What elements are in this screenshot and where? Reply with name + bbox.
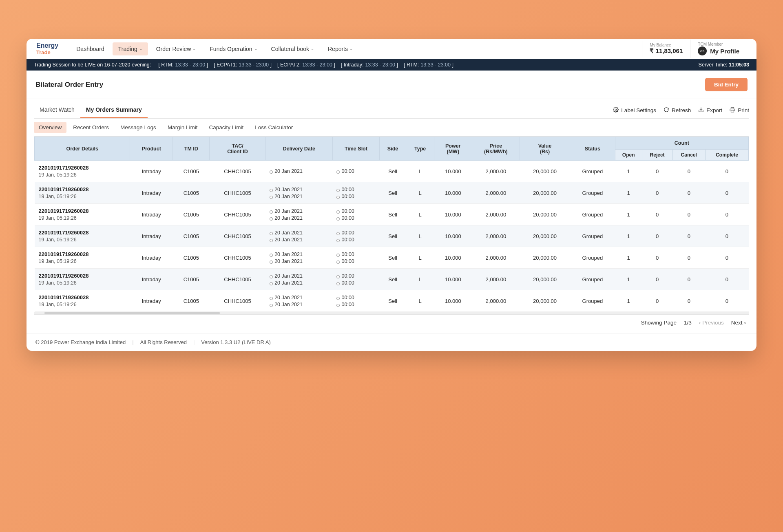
cell-complete: 0 bbox=[705, 204, 748, 225]
profile-name: My Profile bbox=[710, 48, 739, 55]
profile-label: TCM Member bbox=[698, 42, 739, 46]
subtab-overview[interactable]: Overview bbox=[34, 122, 66, 133]
cell-reject: 0 bbox=[642, 161, 672, 182]
table-row[interactable]: 2201019171926002819 Jan, 05:19:26Intrada… bbox=[35, 161, 749, 182]
dot-value: 00:00 bbox=[341, 237, 354, 243]
col-complete: Complete bbox=[705, 150, 748, 161]
cell-side: Sell bbox=[379, 204, 406, 225]
nav-item-order-review[interactable]: Order Review⌄ bbox=[150, 42, 202, 55]
cell-client-id: CHHC1005 bbox=[210, 182, 265, 204]
cell-complete: 0 bbox=[705, 161, 748, 182]
cell-product: Intraday bbox=[130, 204, 173, 225]
subtab-capacity-limit[interactable]: Capacity Limit bbox=[204, 122, 248, 133]
cell-type: L bbox=[406, 161, 434, 182]
cell-value: 20,000.00 bbox=[520, 204, 570, 225]
cell-price: 2,000.00 bbox=[472, 225, 520, 247]
horizontal-scrollbar[interactable] bbox=[34, 312, 749, 314]
col-price: Price (Rs/MWh) bbox=[472, 137, 520, 161]
session-slot-time: 13:33 - 23:00 bbox=[302, 62, 332, 68]
order-timestamp: 19 Jan, 05:19:26 bbox=[39, 258, 127, 264]
cell-power: 10.000 bbox=[434, 290, 472, 312]
col-time-slot: Time Slot bbox=[332, 137, 379, 161]
col-order-details: Order Details bbox=[35, 137, 130, 161]
table-row[interactable]: 2201019171926002819 Jan, 05:19:26Intrada… bbox=[35, 204, 749, 225]
cell-open: 1 bbox=[615, 182, 642, 204]
nav-item-collateral-book[interactable]: Collateral book⌄ bbox=[265, 42, 320, 55]
subtab-recent-orders[interactable]: Recent Orders bbox=[68, 122, 114, 133]
order-timestamp: 19 Jan, 05:19:26 bbox=[39, 280, 127, 286]
profile-box[interactable]: TCM Member AK My Profile bbox=[690, 40, 747, 58]
nav-item-funds-operation[interactable]: Funds Operation⌄ bbox=[204, 42, 263, 55]
nav-item-dashboard[interactable]: Dashboard bbox=[71, 42, 110, 55]
dot-value: 00:00 bbox=[341, 258, 354, 264]
cell-power: 10.000 bbox=[434, 225, 472, 247]
export-action[interactable]: Export bbox=[698, 107, 722, 114]
server-time-value: 11:05:03 bbox=[729, 62, 749, 68]
cell-power: 10.000 bbox=[434, 247, 472, 269]
dot-value: 20 Jan 2021 bbox=[274, 295, 303, 300]
cell-status: Grouped bbox=[570, 225, 615, 247]
cell-open: 1 bbox=[615, 247, 642, 269]
cell-reject: 0 bbox=[642, 290, 672, 312]
nav-item-reports[interactable]: Reports⌄ bbox=[322, 42, 358, 55]
session-slot-name: ECPAT2: bbox=[280, 62, 301, 68]
session-slot-name: Intraday: bbox=[344, 62, 364, 68]
label-settings-text: Label Settings bbox=[621, 107, 656, 113]
col-product: Product bbox=[130, 137, 173, 161]
cell-time-slot: 00:0000:00 bbox=[332, 269, 379, 290]
order-id: 22010191719260028 bbox=[39, 273, 127, 279]
cell-order-details: 2201019171926002819 Jan, 05:19:26 bbox=[35, 269, 130, 290]
pager-prev-button[interactable]: ‹ Previous bbox=[699, 320, 724, 326]
cell-status: Grouped bbox=[570, 269, 615, 290]
subtab-margin-limit[interactable]: Margin Limit bbox=[163, 122, 203, 133]
orders-table-wrap: Order Details Product TM ID TAC/ Client … bbox=[34, 136, 749, 315]
session-slot: RTM:13:33 - 23:00 bbox=[158, 62, 208, 68]
table-row[interactable]: 2201019171926002819 Jan, 05:19:26Intrada… bbox=[35, 290, 749, 312]
dot-value: 00:00 bbox=[341, 215, 354, 221]
avatar: AK bbox=[698, 46, 707, 55]
cell-time-slot: 00:0000:00 bbox=[332, 182, 379, 204]
dot-value: 20 Jan 2021 bbox=[274, 280, 303, 286]
refresh-icon bbox=[664, 107, 669, 114]
cell-type: L bbox=[406, 182, 434, 204]
cell-open: 1 bbox=[615, 290, 642, 312]
logo-line2: Trade bbox=[36, 49, 58, 55]
dot-value: 20 Jan 2021 bbox=[274, 252, 303, 257]
nav-label: Trading bbox=[118, 46, 137, 52]
refresh-action[interactable]: Refresh bbox=[664, 107, 691, 114]
order-id: 22010191719260028 bbox=[39, 251, 127, 257]
table-row[interactable]: 2201019171926002819 Jan, 05:19:26Intrada… bbox=[35, 269, 749, 290]
scrollbar-thumb[interactable] bbox=[44, 312, 220, 314]
pager: Showing Page 1/3 ‹ Previous Next › bbox=[34, 315, 749, 327]
table-row[interactable]: 2201019171926002819 Jan, 05:19:26Intrada… bbox=[35, 247, 749, 269]
table-row[interactable]: 2201019171926002819 Jan, 05:19:26Intrada… bbox=[35, 182, 749, 204]
subtab-loss-calculator[interactable]: Loss Calculator bbox=[250, 122, 298, 133]
tab-my-orders-summary[interactable]: My Orders Summary bbox=[80, 102, 148, 118]
main-tabs: Market WatchMy Orders Summary Label Sett… bbox=[34, 99, 749, 119]
cell-time-slot: 00:0000:00 bbox=[332, 225, 379, 247]
dot-value: 20 Jan 2021 bbox=[274, 208, 303, 214]
dot-value: 20 Jan 2021 bbox=[274, 230, 303, 236]
tab-market-watch[interactable]: Market Watch bbox=[34, 102, 80, 118]
cell-side: Sell bbox=[379, 225, 406, 247]
pager-next-button[interactable]: Next › bbox=[731, 320, 746, 326]
cell-delivery-date: 20 Jan 2021 bbox=[265, 161, 332, 182]
subtab-message-logs[interactable]: Message Logs bbox=[115, 122, 161, 133]
pager-page: 1/3 bbox=[684, 320, 692, 326]
bid-entry-button[interactable]: Bid Entry bbox=[705, 78, 748, 91]
nav-item-trading[interactable]: Trading⌄ bbox=[113, 42, 148, 55]
cell-reject: 0 bbox=[642, 204, 672, 225]
cell-client-id: CHHC1005 bbox=[210, 161, 265, 182]
cell-product: Intraday bbox=[130, 290, 173, 312]
session-slot-name: RTM: bbox=[407, 62, 419, 68]
nav-label: Dashboard bbox=[76, 46, 104, 52]
label-settings-action[interactable]: Label Settings bbox=[613, 107, 656, 114]
cell-cancel: 0 bbox=[672, 182, 705, 204]
footer: © 2019 Power Exchange India Limited | Al… bbox=[27, 333, 756, 351]
print-action[interactable]: Print bbox=[730, 107, 749, 114]
cell-time-slot: 00:0000:00 bbox=[332, 290, 379, 312]
col-delivery-date: Delivery Date bbox=[265, 137, 332, 161]
cell-power: 10.000 bbox=[434, 161, 472, 182]
footer-sep: | bbox=[132, 339, 133, 345]
table-row[interactable]: 2201019171926002819 Jan, 05:19:26Intrada… bbox=[35, 225, 749, 247]
